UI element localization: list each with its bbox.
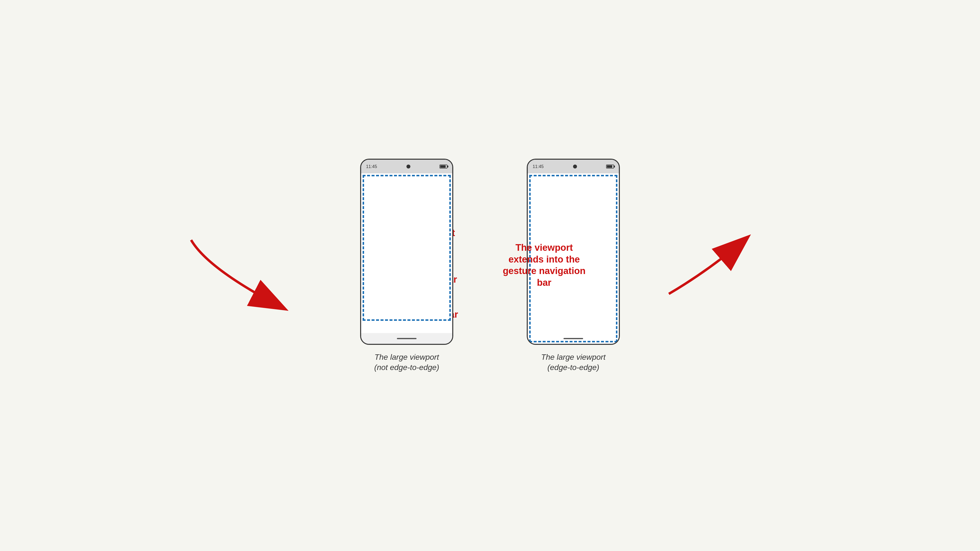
gesture-bar-right xyxy=(528,333,619,344)
viewport-indicator-left xyxy=(363,175,451,321)
status-bar-left: 11:45 xyxy=(361,160,452,173)
right-annotation-text2: extends into the xyxy=(508,254,580,265)
right-annotation: The viewport extends into the gesture na… xyxy=(503,242,585,289)
status-time-right: 11:45 xyxy=(533,164,544,169)
phone-not-edge-container: 11:45 The large viewport (not edge-to-e xyxy=(360,159,453,373)
battery-fill-right xyxy=(607,165,612,168)
right-annotation-text3: gesture navigation xyxy=(503,266,585,276)
status-bar-right: 11:45 xyxy=(528,160,619,173)
gesture-bar-left xyxy=(361,333,452,344)
caption-line1-left: The large viewport xyxy=(374,353,439,362)
battery-left xyxy=(439,165,447,168)
phone-not-edge-frame: 11:45 xyxy=(360,159,453,345)
main-content: The viewport remains clamped between the… xyxy=(0,0,980,551)
camera-dot-left xyxy=(406,165,410,168)
caption-line1-right: The large viewport xyxy=(541,353,605,362)
battery-fill-left xyxy=(440,165,445,168)
phone-caption-right: The large viewport (edge-to-edge) xyxy=(541,352,605,373)
caption-line2-left: (not edge-to-edge) xyxy=(374,363,439,372)
phones-comparison-row: The viewport remains clamped between the… xyxy=(360,159,620,373)
caption-line2-right: (edge-to-edge) xyxy=(547,363,599,372)
status-time-left: 11:45 xyxy=(366,164,377,169)
right-annotation-text4: bar xyxy=(537,278,552,288)
right-annotation-text1: The viewport xyxy=(515,243,573,253)
phone-body-left xyxy=(361,173,452,333)
battery-right xyxy=(606,165,614,168)
gesture-pill-left xyxy=(397,338,417,339)
phone-caption-left: The large viewport (not edge-to-edge) xyxy=(374,352,439,373)
gesture-pill-right xyxy=(563,338,583,339)
camera-dot-right xyxy=(573,165,577,168)
